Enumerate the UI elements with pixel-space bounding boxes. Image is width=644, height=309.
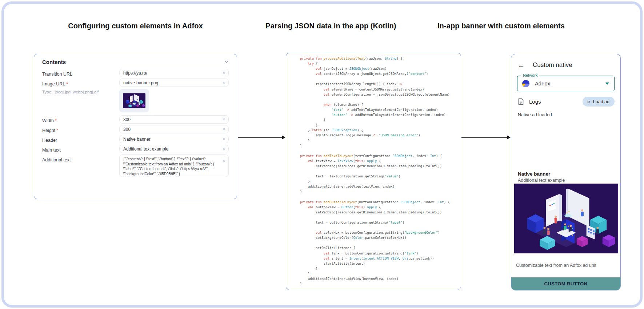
field-label: Height — [42, 128, 55, 133]
ad-header: Native banner — [518, 171, 550, 177]
form-row-header: Header Native banner ✕ — [42, 135, 229, 143]
arrow-line — [461, 137, 507, 138]
field-label: Main text — [42, 148, 61, 153]
field-label: Image URL — [42, 81, 65, 87]
custom-button[interactable]: CUSTOM BUTTON — [511, 277, 620, 290]
clear-icon[interactable]: ✕ — [223, 147, 225, 151]
image-type-hint: Type: .jpeg|.jpg|.webp|.png|.gif — [42, 90, 119, 94]
required-asterisk: * — [56, 128, 58, 133]
flow-arrow-middle-to-right — [461, 135, 511, 140]
arrow-right-icon — [282, 136, 285, 139]
clear-icon[interactable]: ✕ — [223, 118, 225, 121]
column-title-kotlin: Parsing JSON data in the app (Kotlin) — [255, 22, 407, 30]
arrow-line — [238, 137, 282, 138]
form-row-height: Height* 300 ✕ — [42, 125, 229, 133]
form-row-additional-text: Additional text { \"content\": [ \"text\… — [42, 154, 229, 177]
header-input[interactable]: Native banner ✕ — [119, 135, 229, 143]
clear-icon[interactable]: ✕ — [223, 137, 225, 141]
flow-arrow-left-to-middle — [238, 135, 285, 140]
field-label: Width — [42, 118, 54, 123]
network-select-label: Network — [521, 73, 539, 77]
additional-text-input[interactable]: { \"content\": [ \"text\", \"button\" ],… — [119, 154, 229, 177]
clear-icon[interactable]: ✕ — [223, 81, 225, 85]
form-row-width: Width* 300 ✕ — [42, 115, 229, 124]
arrow-right-icon — [507, 136, 511, 139]
transition-url-input[interactable]: https://ya.ru/ ✕ — [119, 69, 229, 77]
required-asterisk: * — [55, 118, 57, 123]
chevron-down-icon[interactable] — [224, 60, 229, 64]
network-select-value: AdFox — [535, 81, 605, 87]
contents-section-header: Contents — [42, 58, 229, 66]
image-url-input[interactable]: native-banner.png ✕ — [119, 79, 229, 87]
image-preview-thumbnail — [119, 89, 149, 112]
field-label: Header — [42, 138, 57, 143]
column-title-adfox: Configuring custom elements in Adfox — [34, 22, 237, 30]
form-row-image-url: Image URL* Type: .jpeg|.jpg|.webp|.png|.… — [42, 79, 229, 114]
logs-section-title: Logs — [529, 99, 583, 105]
clear-icon[interactable]: ✕ — [223, 159, 225, 163]
app-screen-title: Custom native — [533, 61, 572, 69]
kotlin-code-card: private fun processAdditionalText(rawJso… — [286, 53, 461, 290]
ad-main-text: Additional text example — [518, 178, 565, 183]
adfox-logo-icon — [522, 80, 530, 88]
required-asterisk: * — [66, 81, 68, 87]
clear-icon[interactable]: ✕ — [223, 71, 225, 75]
document-icon — [518, 98, 524, 105]
form-row-transition-url: Transition URL https://ya.ru/ ✕ — [42, 69, 229, 77]
contents-section-title: Contents — [42, 59, 66, 65]
logs-header-row: Logs ▷ Load ad — [511, 91, 620, 107]
kotlin-code: private fun processAdditionalText(rawJso… — [300, 56, 458, 286]
form-row-main-text: Main text Additional text example ✕ — [42, 145, 229, 153]
column-title-banner: In-app banner with custom elements — [418, 22, 584, 30]
play-icon: ▷ — [588, 100, 591, 104]
load-ad-button[interactable]: ▷ Load ad — [583, 97, 615, 107]
ad-banner-image[interactable] — [514, 184, 618, 253]
log-message: Native ad loaded — [511, 107, 620, 117]
height-input[interactable]: 300 ✕ — [119, 125, 229, 133]
field-label: Additional text — [42, 157, 71, 162]
field-label: Transition URL — [42, 72, 72, 77]
back-arrow-icon[interactable]: ← — [518, 62, 525, 69]
banner-image-thumbnail — [123, 93, 145, 108]
load-ad-button-label: Load ad — [593, 99, 609, 104]
chevron-down-icon — [605, 83, 609, 85]
app-bar: ← Custom native — [511, 54, 620, 69]
ad-additional-text: Customizable text from an Adfox ad unit — [516, 263, 596, 268]
main-text-input[interactable]: Additional text example ✕ — [119, 145, 229, 153]
clear-icon[interactable]: ✕ — [223, 128, 225, 131]
network-select[interactable]: Network AdFox — [517, 76, 615, 91]
width-input[interactable]: 300 ✕ — [119, 115, 229, 124]
adfox-form-card: Contents Transition URL https://ya.ru/ ✕… — [34, 54, 237, 199]
app-preview-card: ← Custom native Network AdFox Logs ▷ Loa… — [511, 54, 621, 290]
